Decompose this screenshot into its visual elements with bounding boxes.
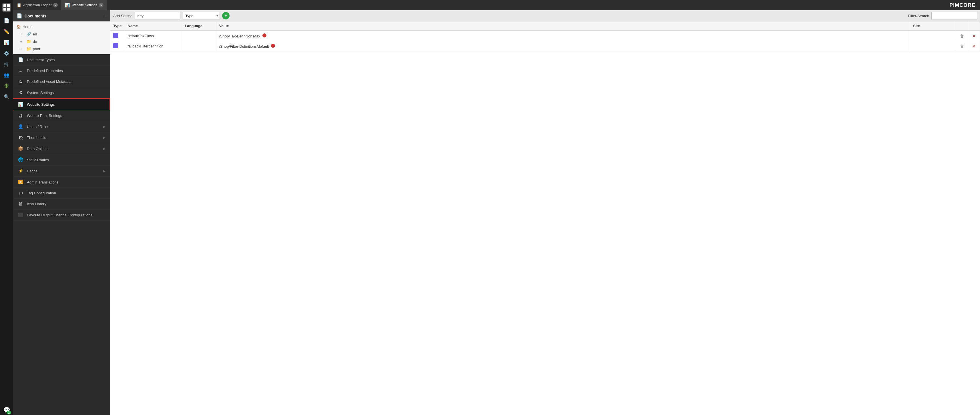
row2-delete-icon[interactable]: 🗑 [959,43,965,49]
tree-item-en-label: en [33,32,37,36]
sidebar-item-settings[interactable]: ⚙️ [2,48,12,58]
menu-item-icon-library-label: Icon Library [27,202,46,206]
settings-table: Type Name Language Value Site [110,21,980,51]
tree-add-print-icon[interactable]: + [20,46,25,51]
data-objects-icon: 📦 [18,146,24,151]
documents-folder-icon: 📄 [17,13,22,19]
menu-item-users-roles[interactable]: 👤 Users / Roles ▶ [13,121,110,132]
menu-item-favorite-output-label: Favorite Output Channel Configurations [27,213,92,217]
menu-item-data-objects-label: Data Objects [27,146,48,151]
data-objects-chevron-icon: ▶ [103,147,105,151]
menu-item-static-routes[interactable]: 🌐 Static Routes [13,154,110,165]
tree-add-en-icon[interactable]: + [20,32,25,36]
system-settings-icon: ⚙ [18,90,24,95]
row1-language-cell [182,30,216,41]
tree-item-en[interactable]: + 🔗 en [13,30,110,38]
cache-chevron-icon: ▶ [103,169,105,173]
col-value: Value [216,21,910,30]
menu-item-data-objects[interactable]: 📦 Data Objects ▶ [13,143,110,154]
menu-item-cache-label: Cache [27,169,38,173]
menu-item-thumbnails[interactable]: 🖼 Thumbnails ▶ [13,132,110,143]
add-setting-label: Add Setting [113,14,132,18]
key-input[interactable] [135,12,180,19]
menu-item-predefined-properties-label: Predefined Properties [27,68,63,73]
col-site: Site [910,21,956,30]
row2-red-dot-icon [271,44,275,48]
menu-item-document-types[interactable]: 📄 Document Types [13,54,110,65]
notification-badge: 2 [6,411,11,414]
row2-language-cell [182,41,216,51]
icon-library-icon: 🏛 [18,202,24,206]
col-language: Language [182,21,216,30]
tree-item-home[interactable]: 🏠 Home [13,23,110,30]
sidebar-item-workflow[interactable]: ✳️ [2,81,12,91]
menu-item-system-settings[interactable]: ⚙ System Settings [13,87,110,98]
row2-remove-icon[interactable]: ✕ [971,43,977,49]
notification-wrapper[interactable]: 💬 2 [2,405,12,415]
documents-arrow-icon[interactable]: → [102,13,107,19]
menu-item-web-to-print[interactable]: 🖨 Web-to-Print Settings [13,110,110,121]
sidebar-item-search[interactable]: 🔍 [2,91,12,102]
pimcore-logo: PIMCORE [950,2,980,8]
filter-search-input[interactable] [931,12,977,19]
tree-item-print[interactable]: + 📁 print [13,45,110,52]
type-select-wrapper: Type [183,12,220,19]
home-house-icon: 🏠 [17,25,21,29]
menu-item-predefined-asset-metadata-label: Predefined Asset Metadata [27,80,72,84]
row2-type-icon [113,43,118,48]
row2-type-cell [110,41,125,51]
menu-item-favorite-output[interactable]: ⬛ Favorite Output Channel Configurations [13,210,110,221]
menu-item-predefined-asset-metadata[interactable]: 🗂 Predefined Asset Metadata [13,76,110,87]
tree-item-print-label: print [33,47,40,51]
tree-link-icon-en: 🔗 [26,32,31,36]
tab-app-logger-close[interactable]: ✕ [53,3,58,8]
thumbnails-icon: 🖼 [18,135,24,140]
website-settings-panel: Add Setting Type + Filter/Search Type [110,10,980,415]
type-select[interactable]: Type [183,12,220,19]
row1-remove-icon[interactable]: ✕ [971,33,977,39]
col-type: Type [110,21,125,30]
tab-bar: 📋 Application Logger ✕ 📊 Website Setting… [13,0,980,10]
row2-remove-cell: ✕ [968,41,980,51]
menu-item-cache[interactable]: ⚡ Cache ▶ [13,165,110,176]
tab-website-settings-label: Website Settings [72,3,97,7]
sidebar-item-documents[interactable]: 📄 [2,16,12,26]
menu-item-document-types-label: Document Types [27,58,55,62]
row2-value-text: /Shop/Filter-Definitions/default [219,44,269,49]
col-actions2 [968,21,980,30]
add-setting-button[interactable]: + [222,12,229,19]
main-area: 📋 Application Logger ✕ 📊 Website Setting… [13,0,980,415]
tab-app-logger[interactable]: 📋 Application Logger ✕ [13,0,62,10]
col-actions1 [956,21,968,30]
filter-search-label: Filter/Search [908,14,929,18]
tab-website-settings[interactable]: 📊 Website Settings ✕ [62,0,107,10]
row2-delete-cell: 🗑 [956,41,968,51]
thumbnails-chevron-icon: ▶ [103,136,105,140]
tab-website-settings-close[interactable]: ✕ [99,3,103,8]
tree-add-de-icon[interactable]: + [20,39,25,44]
menu-item-admin-translations[interactable]: 🔀 Admin Translations [13,176,110,188]
sidebar-item-ecommerce[interactable]: 🛒 [2,59,12,69]
menu-item-predefined-properties[interactable]: ≡ Predefined Properties [13,65,110,76]
icon-sidebar: 📄 ✏️ 📊 ⚙️ 🛒 👥 ✳️ 🔍 💬 2 [0,0,13,415]
menu-item-tag-configuration[interactable]: 🏷 Tag Configuration [13,188,110,199]
tree-item-de-label: de [33,40,37,44]
sidebar-item-assets[interactable]: ✏️ [2,26,12,37]
table-row: defaultTaxClass /Shop/Tax-Definitions/ta… [110,30,980,41]
sidebar-item-users[interactable]: 👥 [2,70,12,80]
menu-item-tag-configuration-label: Tag Configuration [27,191,56,195]
row1-delete-icon[interactable]: 🗑 [959,33,965,39]
content-area: 📄 Documents → 🏠 Home + 🔗 en + 📁 d [13,10,980,415]
document-types-icon: 📄 [18,57,24,62]
tree-item-de[interactable]: + 📁 de [13,38,110,45]
row1-value-cell: /Shop/Tax-Definitions/tax [216,30,910,41]
svg-rect-2 [7,4,10,7]
favorite-output-icon: ⬛ [18,212,24,218]
svg-rect-4 [7,8,10,11]
menu-item-users-roles-label: Users / Roles [27,125,49,129]
table-body: defaultTaxClass /Shop/Tax-Definitions/ta… [110,30,980,51]
sidebar-item-analytics[interactable]: 📊 [2,37,12,48]
menu-item-website-settings[interactable]: 📊 Website Settings [13,98,110,110]
menu-item-icon-library[interactable]: 🏛 Icon Library [13,199,110,210]
row2-site-cell [910,41,956,51]
